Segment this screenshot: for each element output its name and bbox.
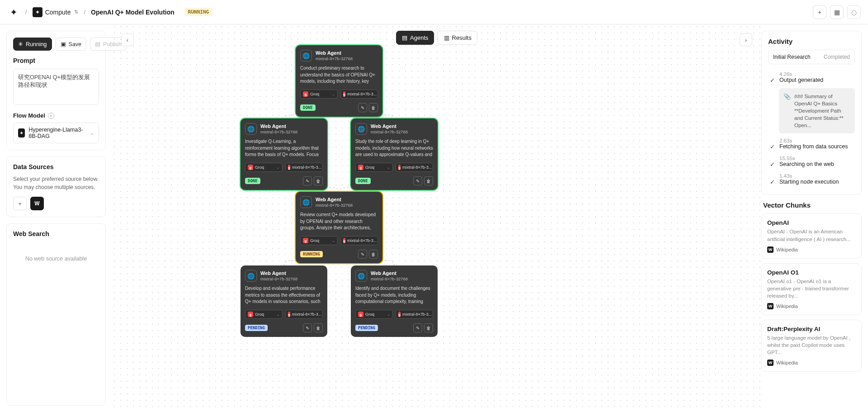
event-time: 4.28s [779,71,853,77]
agent-node[interactable]: 🌐Web Agentmixtral-8×7b-32768Study the ro… [351,118,438,190]
user-button[interactable]: ◌ [847,5,861,19]
model-name: mixtral-8×7b-3... [402,312,432,317]
trash-icon: 🗑 [316,326,321,331]
activity-summary[interactable]: 📎 ### Summary of OpenAI Q+ Basics **Deve… [779,88,855,133]
model-pill[interactable]: gmixtral-8×7b-3...⌄ [340,236,378,245]
delete-node-button[interactable]: 🗑 [369,103,378,112]
right-sidebar: Activity Initial Research Completed ✓ 4.… [761,24,868,412]
prompt-input[interactable]: 研究OPENAI Q+模型的发展路径和现状 [13,69,99,105]
canvas-next-button[interactable]: › [740,33,752,46]
activity-title: Activity [768,38,855,45]
save-button[interactable]: ▣Save [56,38,87,51]
edit-node-button[interactable]: ✎ [413,323,422,332]
provider-name: Groq [310,92,319,96]
agent-node[interactable]: 🌐Web Agentmixtral-8×7b-32768Identify and… [351,265,438,337]
breadcrumb-workspace[interactable]: ✦ Compute ⇅ [33,7,79,17]
node-model: mixtral-8×7b-32768 [316,203,353,208]
node-status-badge: DONE [245,178,260,184]
delete-node-button[interactable]: 🗑 [314,323,323,332]
agent-node[interactable]: 🌐Web Agentmixtral-8×7b-32768Develop and … [241,265,327,337]
model-pill[interactable]: gmixtral-8×7b-3...⌄ [285,163,323,172]
app-logo[interactable]: ✦ [7,6,20,19]
provider-pill[interactable]: gGroq⌄ [355,163,393,172]
edit-node-button[interactable]: ✎ [358,103,367,112]
provider-pill[interactable]: gGroq⌄ [245,163,283,172]
node-description: Conduct preliminary research to understa… [300,65,378,85]
edit-node-button[interactable]: ✎ [413,176,422,185]
node-model: mixtral-8×7b-32768 [260,129,297,134]
edit-icon: ✎ [361,105,364,110]
model-pill[interactable]: gmixtral-8×7b-3...⌄ [396,310,433,319]
node-name: Web Agent [316,197,353,203]
node-pills: gGroq⌄gmixtral-8×7b-3...⌄ [355,163,433,172]
vector-chunk-card[interactable]: OpenAIOpenAI - OpenAI is an American art… [761,213,862,258]
node-description: Investigate Q-Learning, a reinforcement … [245,138,323,158]
model-name: mixtral-8×7b-3... [292,165,321,170]
delete-node-button[interactable]: 🗑 [314,176,323,185]
delete-node-button[interactable]: 🗑 [424,323,433,332]
groq-icon: g [288,312,290,317]
topbar-actions: + ▦ ◌ [813,5,861,19]
globe-icon: 🌐 [355,270,367,282]
source-name: Wikipedia [776,247,798,252]
chevron-down-icon: ⌄ [332,92,335,96]
chevron-down-icon: ⌄ [90,130,94,136]
node-pills: gGroq⌄gmixtral-8×7b-3...⌄ [355,310,433,319]
flow-canvas[interactable]: ‹ › ▤Agents ▥Results + + + + + + + + + 🌐… [112,24,761,412]
results-icon: ▥ [444,34,449,41]
model-pill[interactable]: gmixtral-8×7b-3...⌄ [396,163,433,172]
chunk-source: WWikipedia [767,360,856,366]
node-model: mixtral-8×7b-32768 [316,56,353,61]
add-button[interactable]: + [813,5,826,19]
activity-section-header[interactable]: Initial Research Completed [768,50,855,64]
node-description: Study the role of deep learning in Q+ mo… [355,138,433,158]
info-icon[interactable]: i [48,113,54,119]
agent-node[interactable]: 🌐Web Agentmixtral-8×7b-32768Investigate … [241,118,327,190]
source-name: Wikipedia [776,303,798,309]
model-pill[interactable]: gmixtral-8×7b-3...⌄ [285,310,323,319]
plus-icon: + [818,9,821,16]
vector-chunk-card[interactable]: Draft:Perplexity AI5 large language mode… [761,320,862,372]
running-label: Running [26,41,47,47]
edit-node-button[interactable]: ✎ [303,323,312,332]
running-button[interactable]: ✳Running [13,38,52,51]
node-footer: RUNNING✎🗑 [300,250,378,259]
edit-node-button[interactable]: ✎ [303,176,312,185]
tab-agents[interactable]: ▤Agents [396,31,434,45]
node-status-badge: RUNNING [300,251,323,257]
vector-chunk-card[interactable]: OpenAI O1OpenAI o1 - OpenAI o1 is a gene… [761,263,862,315]
canvas-prev-button[interactable]: ‹ [121,33,134,46]
grid-button[interactable]: ▦ [830,5,844,19]
delete-node-button[interactable]: 🗑 [424,176,433,185]
node-name: Web Agent [316,50,353,56]
canvas-tabs: ▤Agents ▥Results [396,31,477,45]
provider-pill[interactable]: gGroq⌄ [300,236,338,245]
provider-pill[interactable]: gGroq⌄ [355,310,393,319]
node-model: mixtral-8×7b-32768 [371,129,408,134]
edit-node-button[interactable]: ✎ [358,250,367,259]
chevron-right-icon: › [745,37,747,43]
page-title[interactable]: OpenAI Q+ Model Evolution [91,9,175,16]
node-actions: ✎🗑 [303,323,323,332]
provider-pill[interactable]: gGroq⌄ [245,310,283,319]
agent-node[interactable]: 🌐Web Agentmixtral-8×7b-32768Conduct prel… [296,45,382,117]
node-status-badge: DONE [300,104,316,111]
model-name: mixtral-8×7b-3... [292,312,321,317]
web-search-label: Web Search [13,230,99,237]
wikipedia-source-chip[interactable]: W [30,197,44,210]
node-header: 🌐Web Agentmixtral-8×7b-32768 [245,123,323,135]
agents-icon: ▤ [402,34,407,41]
provider-pill[interactable]: gGroq⌄ [300,90,338,99]
agent-node[interactable]: 🌐Web Agentmixtral-8×7b-32768Review curre… [296,192,382,263]
source-name: Wikipedia [776,360,798,365]
node-name: Web Agent [371,270,408,276]
model-pill[interactable]: gmixtral-8×7b-3...⌄ [340,90,378,99]
add-source-button[interactable]: + [13,197,27,210]
flow-model-select[interactable]: ✦ Hyperengine-Llama3-8B-DAG ⌄ [13,123,99,143]
activity-event: ✓ 2.63s Fetching from data sources [768,135,855,153]
provider-name: Groq [365,165,374,170]
web-search-panel: Web Search No web source available [6,223,106,406]
delete-node-button[interactable]: 🗑 [369,250,378,259]
node-actions: ✎🗑 [413,323,433,332]
tab-results[interactable]: ▥Results [438,31,477,45]
